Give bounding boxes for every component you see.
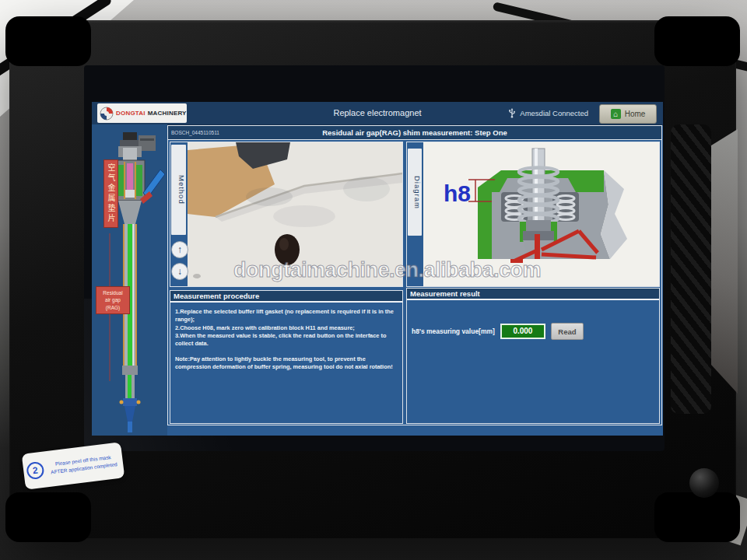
sticker-number: 2 [26,461,45,481]
procedure-step-1: 1.Replace the selected buffer lift gaske… [175,308,398,324]
corner-bumper [5,492,91,542]
read-button[interactable]: Read [551,323,584,340]
scroll-down-button[interactable]: ↓ [171,263,188,280]
scroll-up-button[interactable]: ↑ [171,241,188,258]
measuring-value-field[interactable]: 0.000 [500,324,545,339]
rag-label: Residual air gap (RAG) [96,286,130,314]
procedure-note: Note:Pay attention to lightly buckle the… [175,355,398,372]
sidebar-injector: 空气金属垫片 Residual air gap (RAG) [92,124,167,436]
window-body: Method ↑ ↓ [168,140,661,425]
usb-icon [508,107,516,118]
arrow-up-icon: ↑ [177,244,182,255]
tablet-device: DONGTAI MACHINERY Replace electromagnet [9,20,736,538]
result-row: h8's measuring value[mm] 0.000 Read [412,323,584,340]
sticker-text: Please peel off this mask AFTER applicat… [47,452,121,477]
rag-label-line2: air gap [96,296,129,303]
side-grip [671,124,711,414]
window-title-bar: BOSCH_0445110511 Residual air gap(RAG) s… [168,126,661,140]
result-panel: Measurement result h8's measuring value[… [406,288,660,424]
screen: DONGTAI MACHINERY Replace electromagnet [84,65,665,451]
connection-status: Amesdial Connected [508,107,588,118]
app-header: DONGTAI MACHINERY Replace electromagnet [92,102,663,125]
tab-diagram[interactable]: Diagram [408,149,422,236]
procedure-step-3: 3.When the measured value is stable, cli… [175,332,398,348]
arrow-down-icon: ↓ [177,266,182,277]
procedure-title: Measurement procedure [170,291,402,303]
result-title: Measurement result [407,289,659,300]
home-label: Home [625,110,646,118]
h8-dimension-label: h8 [444,180,471,206]
corner-bumper [5,16,91,66]
value-label: h8's measuring value[mm] [412,327,495,335]
rag-label-line1: Residual [96,289,129,296]
tab-method[interactable]: Method [171,145,186,235]
procedure-text: 1.Replace the selected buffer lift gaske… [170,303,402,377]
procedure-step-2: 2.Choose H08, mark zero with calibration… [175,324,398,332]
corner-bumper [654,16,740,66]
step-title: Residual air gap(RAG) shim measurement: … [168,128,661,137]
protective-film-sticker: 2 Please peel off this mask AFTER applic… [22,442,125,489]
corner-knob [689,468,719,498]
corner-bumper [654,492,740,542]
connection-label: Amesdial Connected [520,109,588,117]
rag-label-line3: (RAG) [96,304,129,311]
home-icon: ⌂ [611,109,621,119]
photo-backdrop: DONGTAI MACHINERY Replace electromagnet [0,0,747,560]
shim-label-cn: 空气金属垫片 [103,159,118,228]
home-button[interactable]: ⌂ Home [599,104,657,124]
watermark-text: dongtaimachine.en.alibaba.com [233,258,541,282]
procedure-panel: Measurement procedure 1.Replace the sele… [170,290,403,424]
